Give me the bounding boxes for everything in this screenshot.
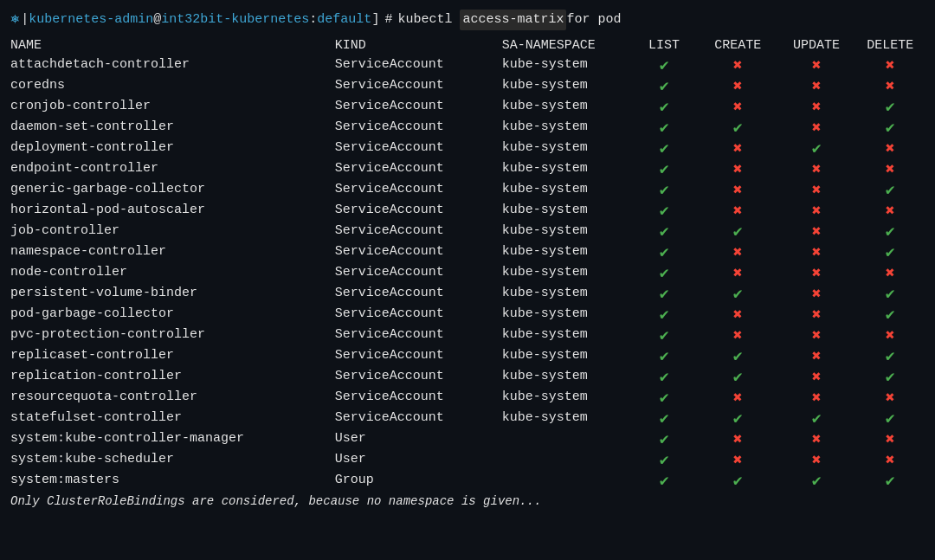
- check-icon: ✔: [660, 57, 669, 74]
- cell-create: ✖: [699, 241, 777, 262]
- cell-kind: Group: [335, 470, 502, 491]
- cell-list: ✔: [629, 55, 698, 75]
- cell-delete: ✔: [855, 345, 925, 366]
- cell-name: resourcequota-controller: [10, 387, 335, 408]
- cell-list: ✔: [629, 75, 698, 96]
- cell-create: ✔: [699, 470, 777, 491]
- cell-ns: kube-system: [502, 138, 630, 158]
- check-icon: ✔: [660, 203, 669, 220]
- check-icon: ✔: [733, 119, 743, 137]
- cell-kind: ServiceAccount: [335, 345, 502, 366]
- cell-name: node-controller: [10, 262, 335, 283]
- prompt-host: int32bit-kubernetes: [161, 10, 309, 30]
- check-icon: ✔: [886, 306, 895, 324]
- table-container: NAME KIND SA-NAMESPACE LIST CREATE UPDAT…: [0, 36, 935, 491]
- table-row: deployment-controller ServiceAccount kub…: [10, 138, 925, 158]
- cell-list: ✔: [629, 200, 698, 221]
- cell-kind: ServiceAccount: [335, 304, 502, 325]
- cross-icon: ✖: [733, 57, 743, 74]
- cross-icon: ✖: [733, 306, 743, 324]
- check-icon: ✔: [886, 473, 895, 490]
- cell-kind: ServiceAccount: [335, 138, 502, 158]
- cell-name: deployment-controller: [10, 138, 335, 158]
- cell-create: ✖: [699, 325, 777, 345]
- check-icon: ✔: [886, 348, 895, 365]
- prompt-cmd-highlight: access-matrix: [460, 10, 566, 31]
- cell-list: ✔: [629, 96, 698, 117]
- cell-ns: kube-system: [502, 179, 630, 200]
- cross-icon: ✖: [886, 161, 895, 178]
- table-row: job-controller ServiceAccount kube-syste…: [10, 221, 925, 241]
- table-row: statefulset-controller ServiceAccount ku…: [10, 408, 925, 428]
- cross-icon: ✖: [886, 327, 895, 344]
- cell-create: ✖: [699, 138, 777, 158]
- cross-icon: ✖: [812, 286, 822, 303]
- cell-delete: ✖: [855, 262, 925, 283]
- cell-delete: ✔: [855, 96, 925, 117]
- table-row: node-controller ServiceAccount kube-syst…: [10, 262, 925, 283]
- prompt-at: @: [153, 10, 161, 30]
- cell-list: ✔: [629, 470, 698, 491]
- header-create: CREATE: [699, 36, 777, 55]
- cell-name: attachdetach-controller: [10, 55, 335, 75]
- table-row: pvc-protection-controller ServiceAccount…: [10, 325, 925, 345]
- check-icon: ✔: [660, 431, 669, 448]
- cross-icon: ✖: [812, 265, 822, 282]
- cross-icon: ✖: [733, 389, 743, 407]
- cell-ns: kube-system: [502, 241, 630, 262]
- cell-name: system:masters: [10, 470, 335, 491]
- prompt-line: ⎈ | kubernetes-admin @ int32bit-kubernet…: [0, 0, 935, 36]
- cross-icon: ✖: [733, 452, 743, 469]
- cell-update: ✔: [777, 470, 856, 491]
- cross-icon: ✖: [886, 57, 895, 74]
- check-icon: ✔: [886, 244, 895, 261]
- prompt-kubectl: kubectl: [397, 10, 452, 30]
- cross-icon: ✖: [733, 78, 743, 95]
- table-row: pod-garbage-collector ServiceAccount kub…: [10, 304, 925, 325]
- cell-delete: ✖: [855, 75, 925, 96]
- cell-update: ✖: [777, 304, 856, 325]
- cell-update: ✖: [777, 241, 856, 262]
- check-icon: ✔: [733, 369, 743, 386]
- cross-icon: ✖: [886, 78, 895, 95]
- cross-icon: ✖: [812, 223, 822, 241]
- check-icon: ✔: [660, 140, 669, 158]
- cross-icon: ✖: [733, 203, 743, 220]
- cell-kind: User: [335, 449, 502, 470]
- check-icon: ✔: [733, 223, 743, 241]
- cross-icon: ✖: [812, 389, 822, 407]
- cell-update: ✖: [777, 75, 856, 96]
- cell-list: ✔: [629, 117, 698, 138]
- header-delete: DELETE: [855, 36, 925, 55]
- cell-update: ✖: [777, 283, 856, 304]
- cross-icon: ✖: [733, 140, 743, 158]
- cell-delete: ✔: [855, 221, 925, 241]
- cell-update: ✖: [777, 449, 856, 470]
- cell-ns: [502, 449, 630, 470]
- cell-create: ✖: [699, 179, 777, 200]
- header-sa-namespace: SA-NAMESPACE: [502, 36, 630, 55]
- header-update: UPDATE: [777, 36, 856, 55]
- cell-create: ✖: [699, 304, 777, 325]
- cell-kind: ServiceAccount: [335, 366, 502, 387]
- cross-icon: ✖: [812, 306, 822, 324]
- cross-icon: ✖: [812, 348, 822, 365]
- cell-update: ✖: [777, 221, 856, 241]
- cell-delete: ✔: [855, 470, 925, 491]
- check-icon: ✔: [660, 161, 669, 178]
- check-icon: ✔: [733, 473, 743, 490]
- cell-kind: ServiceAccount: [335, 387, 502, 408]
- cell-name: namespace-controller: [10, 241, 335, 262]
- cell-create: ✔: [699, 221, 777, 241]
- cell-update: ✖: [777, 366, 856, 387]
- check-icon: ✔: [660, 99, 669, 116]
- check-icon: ✔: [886, 182, 895, 199]
- cell-name: replication-controller: [10, 366, 335, 387]
- cell-ns: kube-system: [502, 304, 630, 325]
- check-icon: ✔: [886, 119, 895, 137]
- table-row: generic-garbage-collector ServiceAccount…: [10, 179, 925, 200]
- check-icon: ✔: [660, 265, 669, 282]
- cell-name: replicaset-controller: [10, 345, 335, 366]
- cross-icon: ✖: [733, 431, 743, 448]
- table-row: horizontal-pod-autoscaler ServiceAccount…: [10, 200, 925, 221]
